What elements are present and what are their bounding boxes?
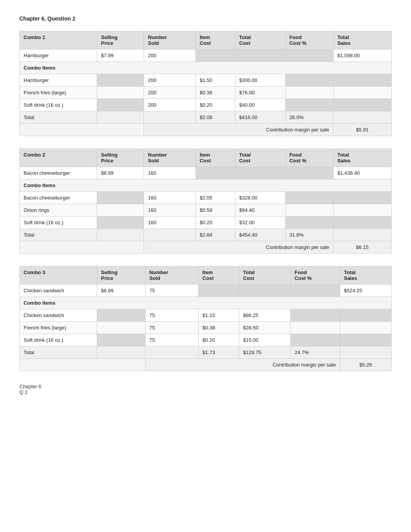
col-item-cost: ItemCost [195,149,235,167]
margin-empty1 [20,124,144,136]
item-total-cost: $28.50 [239,322,291,334]
item-selling-price-empty [97,217,144,229]
combo-item-row: Onion rings 160 $0.59 $94.40 [20,204,392,217]
total-cost: $129.75 [239,346,291,359]
col-selling-price: SellingPrice [97,149,144,167]
combo-table-2: Combo 2 SellingPrice NumberSold ItemCost… [19,148,392,254]
item-total-sales-empty [340,334,391,346]
total-label: Total [20,229,97,241]
col-selling-price: SellingPrice [97,266,146,285]
margin-value: $5.91 [333,124,391,136]
item-total-sales-empty [333,87,391,99]
combo-items-header: Combo Items [20,297,392,309]
margin-label: Contribution margin per sale [144,241,333,254]
main-food-cost-pct-empty [291,285,340,297]
col-combo-name: Combo 2 [20,149,97,167]
item-total-sales-empty [340,309,391,322]
total-cost: $416.00 [235,111,286,124]
col-total-cost: TotalCost [235,31,286,49]
total-label: Total [20,111,97,124]
main-item-name: Hamburger [20,49,97,62]
col-food-cost-pct: FoodCost % [285,149,333,167]
main-selling-price: $8.99 [97,167,144,179]
item-total-sales-empty [333,217,391,229]
item-selling-price-empty [97,334,146,346]
item-total-sales-empty [340,322,391,334]
total-item-cost: $2.08 [195,111,235,124]
footer-line1: Chapter 6 [19,384,392,389]
col-food-cost-pct: FoodCost % [291,266,340,285]
main-item-cost-empty [195,49,235,62]
item-total-cost: $86.25 [239,309,291,322]
item-total-cost: $328.00 [235,192,286,204]
item-number-sold: 160 [144,217,196,229]
item-cost: $1.50 [195,74,235,87]
item-number-sold: 160 [144,192,196,204]
item-number-sold: 75 [145,334,198,346]
item-name: Soft drink (16 oz.) [20,99,97,111]
main-total-cost-empty [239,285,291,297]
item-number-sold: 75 [145,322,198,334]
combo-table-3: Combo 3 SellingPrice NumberSold ItemCost… [19,266,392,371]
combo-item-row: Chicken sandwich 75 $1.15 $86.25 [20,309,392,322]
item-total-cost: $94.40 [235,204,286,217]
item-selling-price-empty [97,204,144,217]
item-food-cost-pct-empty [285,204,333,217]
main-number-sold: 160 [144,167,196,179]
col-item-cost: ItemCost [199,266,239,285]
main-number-sold: 75 [145,285,198,297]
total-number-sold-empty [145,346,198,359]
main-item-cost-empty [195,167,235,179]
col-food-cost-pct: FoodCost % [285,31,333,49]
main-total-cost-empty [235,167,286,179]
item-food-cost-pct-empty [291,322,340,334]
item-cost: $2.05 [195,192,235,204]
margin-label: Contribution margin per sale [144,124,333,136]
col-total-cost: TotalCost [235,149,286,167]
item-total-cost: $40.00 [235,99,286,111]
total-selling-price-empty [97,229,144,241]
margin-row: Contribution margin per sale $5.26 [20,359,392,371]
col-total-sales: TotalSales [333,149,391,167]
combo-items-label: Combo Items [20,297,392,309]
item-cost: $0.20 [199,334,239,346]
main-item-row: Chicken sandwich $6.99 75 $524.25 [20,285,392,297]
item-total-cost: $15.00 [239,334,291,346]
main-number-sold: 200 [144,49,196,62]
total-food-cost-pct: 31.6% [285,229,333,241]
main-total-sales: $1,598.00 [333,49,391,62]
combo-items-label: Combo Items [20,62,392,74]
main-item-name: Bacon cheeseburger [20,167,97,179]
col-total-sales: TotalSales [340,266,391,285]
item-total-sales-empty [333,192,391,204]
main-total-sales: $1,438.40 [333,167,391,179]
item-food-cost-pct-empty [285,217,333,229]
main-food-cost-pct-empty [285,167,333,179]
item-number-sold: 75 [145,309,198,322]
item-name: Soft drink (16 oz.) [20,334,97,346]
total-number-sold-empty [144,229,196,241]
item-food-cost-pct-empty [285,192,333,204]
main-selling-price: $7.99 [97,49,144,62]
item-cost: $0.38 [195,87,235,99]
col-selling-price: SellingPrice [97,31,144,49]
item-number-sold: 200 [144,87,196,99]
total-food-cost-pct: 24.7% [291,346,340,359]
item-number-sold: 160 [144,204,196,217]
item-total-cost: $300.00 [235,74,286,87]
total-sales-empty [340,346,391,359]
main-item-row: Bacon cheeseburger $8.99 160 $1,438.40 [20,167,392,179]
combo-item-row: French fries (large) 200 $0.38 $76.00 [20,87,392,99]
item-food-cost-pct-empty [285,99,333,111]
item-total-sales-empty [333,74,391,87]
margin-value: $6.15 [333,241,391,254]
item-cost: $0.20 [195,217,235,229]
item-selling-price-empty [97,192,144,204]
item-cost: $0.20 [195,99,235,111]
item-name: French fries (large) [20,322,97,334]
main-total-sales: $524.25 [340,285,391,297]
item-selling-price-empty [97,87,144,99]
margin-label: Contribution margin per sale [145,359,340,371]
main-item-name: Chicken sandwich [20,285,97,297]
item-number-sold: 200 [144,74,196,87]
